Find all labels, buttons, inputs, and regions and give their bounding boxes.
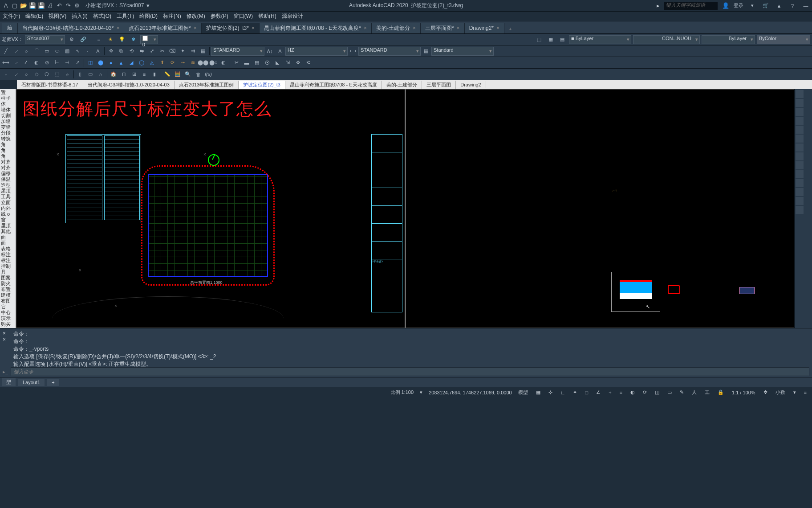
3dosnap-icon[interactable]: ◫ (653, 389, 661, 395)
left-tool-35[interactable]: 建模 (0, 292, 16, 298)
rtool-7[interactable] (796, 143, 804, 152)
dim-radius-icon[interactable]: ◐ (32, 58, 41, 68)
menu-modify[interactable]: 修改(M) (187, 12, 205, 20)
torus-icon[interactable]: ◯ (137, 58, 146, 68)
vp-tab-6[interactable]: 美的-土建部分 (382, 81, 422, 89)
ext-2-icon[interactable]: ⟋ (11, 70, 21, 79)
menu-view[interactable]: 视图(V) (49, 12, 66, 20)
text-find-icon[interactable]: A (275, 46, 285, 56)
intersect-icon[interactable]: ◐ (219, 58, 228, 68)
ext-6-icon[interactable]: ⬚ (52, 70, 62, 79)
help-icon[interactable]: ? (788, 3, 797, 8)
left-tool-14[interactable]: 偏移 (0, 170, 16, 176)
dim-diameter-icon[interactable]: ⊘ (42, 58, 52, 68)
left-tool-18[interactable]: 工具 (0, 193, 16, 199)
doc-tab-3[interactable]: 护坡定位图(2)_t3*× (202, 23, 260, 33)
layout1-tab[interactable]: Layout1 (18, 379, 45, 386)
left-tool-25[interactable]: 面 (0, 234, 16, 240)
ext-3-icon[interactable]: ○ (21, 70, 31, 79)
home-icon[interactable]: 🏠 (109, 70, 118, 79)
app-icon[interactable]: 🛒 (761, 3, 770, 8)
rtool-13[interactable] (796, 197, 804, 205)
login-text[interactable]: 登录 (734, 2, 743, 9)
pyramid-icon[interactable]: ◬ (147, 58, 157, 68)
ext-10-icon[interactable]: ⌂ (96, 70, 106, 79)
dyn-icon[interactable]: + (607, 390, 613, 395)
rotate-icon[interactable]: ⟲ (126, 46, 136, 56)
textstyle-combo[interactable]: STANDARD (211, 47, 264, 56)
vp-tab-4[interactable]: 护坡定位图(2)_t3 (239, 81, 285, 89)
union-icon[interactable]: ⬤⬤ (198, 58, 208, 68)
plotstyle-combo[interactable]: ByColor (757, 35, 810, 44)
model-paper-toggle[interactable]: 模型 (516, 389, 530, 396)
explode-icon[interactable]: ✦ (178, 46, 187, 56)
hatch-icon[interactable]: ▨ (62, 46, 72, 56)
vp-tab-7[interactable]: 三层平面图 (422, 81, 456, 89)
ext-7-icon[interactable]: ⟐ (62, 70, 72, 79)
snap-icon[interactable]: ⊹ (547, 389, 554, 395)
left-tool-0[interactable]: 置 (0, 89, 16, 95)
left-tool-20[interactable]: 内外 (0, 205, 16, 211)
revolve-icon[interactable]: ⟳ (167, 58, 177, 68)
rtool-2[interactable] (796, 99, 804, 107)
trim-icon[interactable]: ✂ (157, 46, 167, 56)
qselect-icon[interactable]: 🔍 (183, 70, 193, 79)
subtract-icon[interactable]: ⬤○ (208, 58, 218, 68)
close-icon[interactable]: × (413, 25, 416, 31)
stair-icon[interactable]: ≡ (139, 70, 149, 79)
left-tool-4[interactable]: 切割 (0, 112, 16, 118)
menu-format[interactable]: 格式(O) (93, 12, 111, 20)
left-tool-29[interactable]: 标注 (0, 257, 16, 263)
command-input[interactable]: 键入命令 (11, 367, 809, 376)
left-tool-19[interactable]: 立面 (0, 199, 16, 205)
fillet-edge-icon[interactable]: ⦿ (262, 58, 272, 68)
color-combo[interactable]: ■ ByLayer (569, 35, 631, 44)
cart-icon[interactable]: ▾ (748, 3, 757, 8)
layer-off-icon[interactable]: ▤ (557, 35, 567, 45)
gear-icon[interactable]: ⚙ (67, 35, 77, 45)
polar-icon[interactable]: ✦ (571, 389, 579, 395)
circle-icon[interactable]: ○ (21, 46, 31, 56)
lwt-icon[interactable]: ≡ (618, 390, 624, 395)
app-menu-icon[interactable]: A (2, 2, 10, 10)
column-icon[interactable]: ▮ (150, 70, 159, 79)
scale-dropdown-icon[interactable]: ▾ (418, 389, 424, 395)
window-icon[interactable]: ⊞ (129, 70, 139, 79)
spline-icon[interactable]: ∿ (73, 46, 82, 56)
work-label[interactable]: 工 (703, 389, 711, 396)
search-input[interactable]: 键入关键字或短语 (664, 2, 718, 10)
left-tool-8[interactable]: 转换 (0, 135, 16, 141)
rtool-11[interactable] (796, 179, 804, 187)
box-icon[interactable]: ◫ (85, 58, 95, 68)
ellipse-icon[interactable]: ⬭ (52, 46, 62, 56)
point-icon[interactable]: · (83, 46, 93, 56)
rtool-9[interactable] (796, 161, 804, 169)
3dmove-icon[interactable]: ✥ (293, 58, 303, 68)
annoscale-icon[interactable]: ✎ (678, 389, 686, 395)
rtool-6[interactable] (796, 135, 804, 143)
script-icon[interactable]: f(x) (203, 70, 213, 79)
scale-label[interactable]: 比例 1:100 (390, 389, 414, 396)
left-tool-16[interactable]: 造型 (0, 182, 16, 188)
left-tool-11[interactable]: 角 (0, 153, 16, 159)
purge-icon[interactable]: 🗑 (193, 70, 203, 79)
vp-tab-1[interactable]: 石材排版图-书香林语-8.17 (17, 81, 83, 89)
measure-icon[interactable]: 📏 (162, 70, 172, 79)
menu-edit[interactable]: 编辑(E) (25, 12, 43, 20)
grid-icon[interactable]: ▦ (534, 389, 542, 395)
dropdown-icon[interactable]: ▾ (144, 2, 152, 10)
right-viewport[interactable]: ↖ (406, 89, 795, 328)
doc-tab-1[interactable]: 当代阆府-G3#楼-结施-1.0-2020-04-03*× (18, 23, 124, 33)
close-icon[interactable]: × (457, 25, 460, 31)
left-tool-40[interactable]: 购买 (0, 321, 16, 327)
signin-icon[interactable]: 👤 (722, 2, 729, 9)
calc-icon[interactable]: 🧮 (173, 70, 183, 79)
rtool-10[interactable] (796, 170, 804, 178)
ext-8-icon[interactable]: ▯ (75, 70, 85, 79)
offset-icon[interactable]: ⇉ (188, 46, 198, 56)
left-tool-26[interactable]: 面 (0, 240, 16, 246)
model-tab[interactable]: 型 (2, 378, 16, 386)
left-tool-30[interactable]: 控制 (0, 263, 16, 269)
doc-tab-7[interactable]: Drawing2*× (465, 23, 504, 33)
sphere-icon[interactable]: ● (106, 58, 116, 68)
